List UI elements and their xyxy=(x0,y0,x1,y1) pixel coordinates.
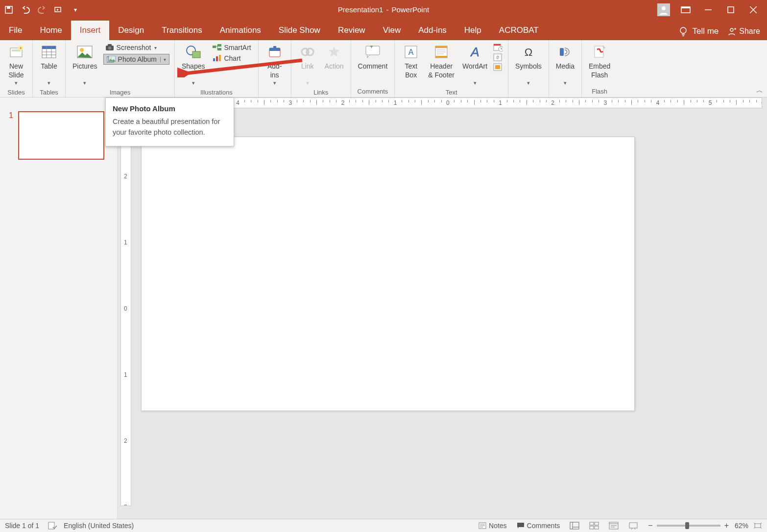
screenshot-button[interactable]: Screenshot▾ xyxy=(103,43,169,52)
account-avatar[interactable] xyxy=(657,3,670,16)
undo-icon[interactable] xyxy=(21,5,30,15)
ribbon: ✦ New Slide▾ Slides Table▾ Tables Pictur… xyxy=(0,40,767,97)
date-time-icon[interactable] xyxy=(493,43,503,51)
svg-text:A: A xyxy=(470,46,479,58)
svg-rect-81 xyxy=(590,526,594,529)
window-title: Presentation1 - PowerPoint xyxy=(338,5,429,14)
thumbnail-number: 1 xyxy=(9,111,13,120)
zoom-out-button[interactable]: − xyxy=(648,521,652,530)
header-footer-icon xyxy=(432,43,450,61)
slide-thumbnails-panel: 1 xyxy=(0,97,118,519)
group-media: Media▾ xyxy=(549,40,582,97)
object-icon[interactable] xyxy=(493,63,503,71)
lightbulb-icon xyxy=(678,26,688,36)
notes-button[interactable]: Notes xyxy=(474,519,512,532)
zoom-level[interactable]: 62% xyxy=(735,522,748,530)
wordart-button[interactable]: A WordArt▾ xyxy=(458,42,491,88)
svg-rect-38 xyxy=(217,48,221,50)
table-button[interactable]: Table▾ xyxy=(36,42,62,88)
new-slide-button[interactable]: ✦ New Slide▾ xyxy=(3,42,29,88)
symbols-button[interactable]: Ω Symbols▾ xyxy=(511,42,546,88)
svg-point-33 xyxy=(110,57,112,59)
slideshow-view-button[interactable] xyxy=(623,519,643,532)
slide-thumbnail-1[interactable] xyxy=(18,111,104,160)
ribbon-tabs: File Home Insert Design Transitions Anim… xyxy=(0,19,767,40)
editing-area: 1 6543210123456 3210123 xyxy=(0,97,767,519)
svg-line-69 xyxy=(185,60,302,73)
tab-review[interactable]: Review xyxy=(329,21,374,40)
close-button[interactable] xyxy=(746,3,760,17)
redo-icon[interactable] xyxy=(37,5,47,15)
smartart-button[interactable]: SmartArt xyxy=(211,43,253,52)
svg-rect-65 xyxy=(495,65,500,69)
pictures-button[interactable]: Pictures▾ xyxy=(69,42,101,88)
embed-flash-button[interactable]: Embed Flash xyxy=(585,42,614,80)
qat-customize-icon[interactable]: ▾ xyxy=(71,5,80,15)
zoom-in-button[interactable]: + xyxy=(724,521,729,530)
group-comments: + Comment Comments xyxy=(351,40,395,97)
tab-file[interactable]: File xyxy=(0,21,31,40)
svg-rect-75 xyxy=(517,523,524,527)
media-button[interactable]: Media▾ xyxy=(552,42,578,88)
tab-view[interactable]: View xyxy=(374,21,410,40)
collapse-ribbon-icon[interactable]: ︿ xyxy=(756,86,763,95)
tab-help[interactable]: Help xyxy=(455,21,490,40)
comments-icon xyxy=(517,522,525,529)
svg-rect-35 xyxy=(192,51,200,58)
new-slide-icon: ✦ xyxy=(7,43,25,61)
header-footer-button[interactable]: Header & Footer xyxy=(424,42,458,80)
text-box-button[interactable]: A Text Box xyxy=(398,42,424,80)
zoom-slider[interactable] xyxy=(657,525,720,527)
share-icon xyxy=(727,27,736,36)
action-button: Action xyxy=(321,42,348,72)
group-symbols: Ω Symbols▾ xyxy=(508,40,549,97)
smartart-icon xyxy=(213,44,221,51)
photo-album-button[interactable]: Photo Album ▾ xyxy=(103,54,169,65)
pictures-icon xyxy=(76,43,94,61)
tab-transitions[interactable]: Transitions xyxy=(153,21,211,40)
ribbon-display-options-icon[interactable] xyxy=(679,3,693,17)
svg-rect-90 xyxy=(755,524,761,528)
svg-point-3 xyxy=(662,6,666,10)
group-slides: ✦ New Slide▾ Slides xyxy=(0,40,33,97)
normal-view-button[interactable] xyxy=(565,519,584,532)
group-text: A Text Box Header & Footer A WordArt▾ # … xyxy=(395,40,508,97)
language-indicator[interactable]: English (United States) xyxy=(64,522,134,530)
quick-access-toolbar: ▾ xyxy=(0,5,84,15)
svg-rect-67 xyxy=(560,48,564,56)
slide-sorter-view-button[interactable] xyxy=(584,519,604,532)
svg-rect-79 xyxy=(590,522,594,525)
svg-rect-21 xyxy=(42,46,56,49)
share-button[interactable]: Share xyxy=(727,27,760,36)
tab-insert[interactable]: Insert xyxy=(71,21,110,40)
svg-rect-5 xyxy=(681,7,690,8)
photo-album-icon xyxy=(107,56,116,63)
save-icon[interactable] xyxy=(4,5,14,15)
slide-number-icon[interactable]: # xyxy=(493,53,503,61)
text-box-icon: A xyxy=(402,43,420,61)
tab-slideshow[interactable]: Slide Show xyxy=(270,21,329,40)
start-from-beginning-icon[interactable] xyxy=(54,5,64,15)
tooltip-body: Create a beautiful presentation for your… xyxy=(113,117,227,138)
fit-to-window-button[interactable] xyxy=(753,522,762,529)
tab-design[interactable]: Design xyxy=(109,21,153,40)
svg-rect-58 xyxy=(494,44,501,46)
table-icon xyxy=(40,43,58,61)
svg-text:Ω: Ω xyxy=(525,46,532,58)
tab-home[interactable]: Home xyxy=(31,21,71,40)
slide-canvas[interactable] xyxy=(141,137,635,411)
svg-text:+: + xyxy=(370,46,373,50)
tell-me[interactable]: Tell me xyxy=(671,26,725,36)
comment-button[interactable]: + Comment xyxy=(354,42,392,72)
svg-rect-36 xyxy=(213,46,216,48)
slide-indicator[interactable]: Slide 1 of 1 xyxy=(5,522,39,530)
app-name: PowerPoint xyxy=(391,5,429,14)
minimize-button[interactable] xyxy=(701,3,715,17)
tab-animations[interactable]: Animations xyxy=(211,21,270,40)
spellcheck-icon[interactable] xyxy=(48,522,57,530)
tab-acrobat[interactable]: ACROBAT xyxy=(490,21,548,40)
tab-addins[interactable]: Add-ins xyxy=(409,21,455,40)
maximize-button[interactable] xyxy=(724,3,738,17)
reading-view-button[interactable] xyxy=(604,519,623,532)
comments-button[interactable]: Comments xyxy=(512,519,565,532)
